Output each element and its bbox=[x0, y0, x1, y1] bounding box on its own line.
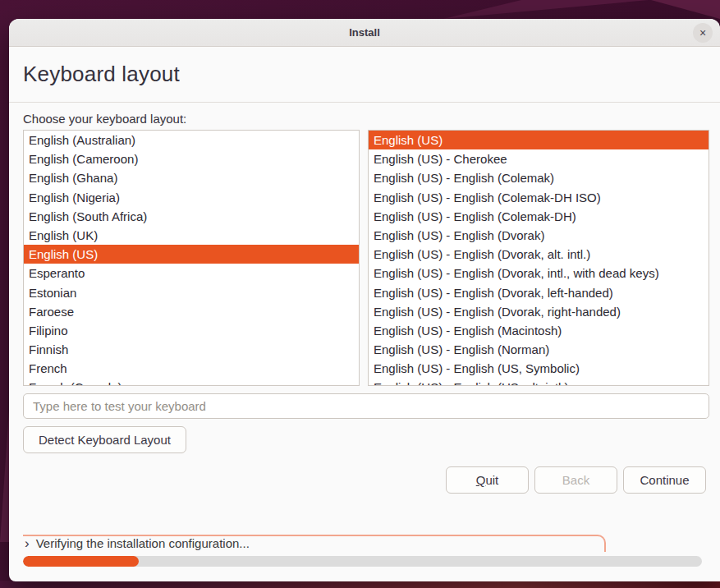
page-header: Keyboard layout bbox=[9, 47, 720, 102]
quit-button-label: Quit bbox=[452, 473, 523, 487]
list-item[interactable]: English (US) bbox=[24, 245, 359, 264]
list-item[interactable]: English (US) bbox=[369, 131, 709, 149]
progress-fill bbox=[23, 556, 139, 567]
wallpaper-facet bbox=[443, 0, 649, 19]
list-item[interactable]: Filipino bbox=[24, 321, 359, 340]
list-item[interactable]: English (South Africa) bbox=[24, 207, 359, 226]
quit-button[interactable]: Quit bbox=[446, 466, 529, 494]
list-item[interactable]: English (US) - English (US, alt. intl.) bbox=[369, 378, 709, 386]
continue-button[interactable]: Continue bbox=[623, 466, 706, 494]
list-item[interactable]: English (Ghana) bbox=[24, 168, 359, 187]
list-item[interactable]: English (Cameroon) bbox=[24, 149, 359, 168]
expander-chevron-right-icon[interactable]: › bbox=[25, 536, 30, 550]
choose-keyboard-label: Choose your keyboard layout: bbox=[23, 112, 709, 126]
desktop-background: Install × Keyboard layout Choose your ke… bbox=[0, 0, 720, 588]
status-row: › Verifying the installation configurati… bbox=[25, 536, 250, 550]
detect-keyboard-layout-button[interactable]: Detect Keyboard Layout bbox=[23, 426, 186, 453]
window-title: Install bbox=[349, 26, 380, 39]
list-item[interactable]: English (US) - English (Dvorak, left-han… bbox=[369, 283, 709, 302]
close-button[interactable]: × bbox=[693, 23, 713, 43]
list-item[interactable]: English (Australian) bbox=[24, 131, 359, 149]
close-icon: × bbox=[699, 26, 706, 39]
continue-button-label: Continue bbox=[640, 473, 689, 487]
list-item[interactable]: English (US) - English (US, Symbolic) bbox=[369, 359, 709, 378]
list-item[interactable]: English (Nigeria) bbox=[24, 188, 359, 207]
list-item[interactable]: English (UK) bbox=[24, 226, 359, 245]
list-item[interactable]: English (US) - English (Macintosh) bbox=[369, 321, 709, 340]
action-button-row: Quit Back Continue bbox=[23, 466, 709, 494]
list-item[interactable]: Faroese bbox=[24, 302, 359, 321]
keyboard-test-input[interactable] bbox=[23, 393, 709, 419]
list-item[interactable]: Finnish bbox=[24, 340, 359, 359]
list-item[interactable]: English (US) - English (Colemak-DH) bbox=[369, 207, 709, 226]
keyboard-lists: English (Australian)English (Cameroon)En… bbox=[23, 130, 709, 386]
page-title: Keyboard layout bbox=[23, 62, 180, 87]
list-item[interactable]: English (US) - English (Dvorak) bbox=[369, 226, 709, 245]
main-content: Choose your keyboard layout: English (Au… bbox=[9, 103, 720, 581]
wallpaper-facet bbox=[0, 581, 720, 588]
list-item[interactable]: English (US) - English (Dvorak, intl., w… bbox=[369, 264, 709, 283]
list-item[interactable]: French (Canada) bbox=[24, 378, 359, 386]
list-item[interactable]: Esperanto bbox=[24, 264, 359, 283]
wallpaper-facet bbox=[0, 353, 9, 542]
list-item[interactable]: English (US) - English (Dvorak, right-ha… bbox=[369, 302, 709, 321]
list-item[interactable]: English (US) - English (Colemak) bbox=[369, 168, 709, 187]
back-button-label: Back bbox=[562, 473, 589, 487]
keyboard-layout-list[interactable]: English (Australian)English (Cameroon)En… bbox=[23, 130, 360, 386]
status-message: Verifying the installation configuration… bbox=[36, 536, 250, 550]
list-item[interactable]: English (US) - English (Colemak-DH ISO) bbox=[369, 188, 709, 207]
installer-window: Install × Keyboard layout Choose your ke… bbox=[9, 19, 720, 581]
list-item[interactable]: English (US) - Cherokee bbox=[369, 149, 709, 168]
wallpaper-facet bbox=[621, 0, 720, 19]
list-item[interactable]: Estonian bbox=[24, 283, 359, 302]
list-item[interactable]: English (US) - English (Dvorak, alt. int… bbox=[369, 245, 709, 264]
keyboard-variant-list[interactable]: English (US)English (US) - CherokeeEngli… bbox=[368, 130, 709, 386]
back-button[interactable]: Back bbox=[534, 466, 617, 494]
progress-bar bbox=[23, 556, 702, 567]
titlebar[interactable]: Install × bbox=[9, 19, 720, 47]
list-item[interactable]: French bbox=[24, 359, 359, 378]
list-item[interactable]: English (US) - English (Norman) bbox=[369, 340, 709, 359]
